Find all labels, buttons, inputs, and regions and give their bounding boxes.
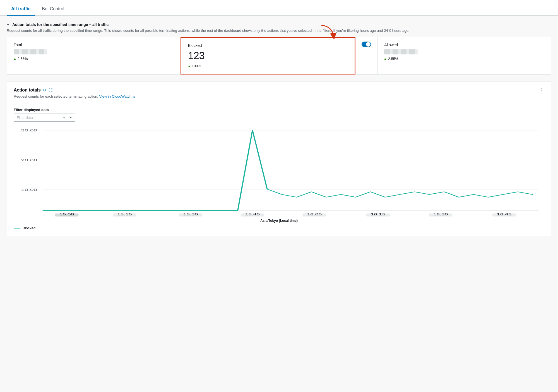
toggle-switch[interactable] [362, 42, 371, 47]
metric-card-blocked: Blocked 123 100% [181, 37, 356, 74]
metric-placeholder-total [14, 49, 47, 54]
trend-up-icon-blocked [188, 66, 190, 67]
metric-change-value-blocked: 100% [192, 64, 201, 68]
filter-select[interactable]: Filter data ▼ [14, 114, 75, 122]
section-description: Request counts for all traffic during th… [7, 28, 551, 33]
filter-chevron-icon: ▼ [62, 116, 66, 120]
action-totals-header: Action totals for the specified time ran… [7, 22, 551, 33]
chart-section: Action totals ↺ ⛶ ⋮ Request counts for e… [7, 81, 551, 236]
chart-svg: 30.00 20.00 10.00 15:00 15:00 15:15 15:3… [14, 127, 544, 217]
tabs-bar: All traffic Bot Control [0, 0, 558, 16]
section-header-title: Action totals for the specified time ran… [7, 22, 551, 27]
chart-area: 30.00 20.00 10.00 15:00 15:00 15:15 15:3… [14, 127, 544, 217]
more-options-icon[interactable]: ⋮ [539, 87, 544, 93]
chart-legend: Blocked [14, 226, 544, 230]
main-content: Action totals for the specified time ran… [0, 16, 558, 243]
filter-section: Filter displayed data Filter data ▼ [14, 108, 544, 122]
legend-label-blocked: Blocked [23, 226, 35, 230]
chart-x-axis-label: Asia/Tokyo (Local time) [14, 219, 544, 223]
tab-divider [36, 5, 36, 12]
chart-title: Action totals [14, 88, 41, 93]
metric-change-allowed: 2.55% [384, 57, 544, 61]
trend-up-icon-total [14, 58, 16, 60]
svg-text:15:30: 15:30 [183, 213, 198, 216]
filter-placeholder: Filter data [17, 116, 33, 120]
metric-change-total: 2.56% [14, 57, 174, 61]
metric-change-value-allowed: 2.55% [388, 57, 398, 61]
tab-all-traffic[interactable]: All traffic [7, 3, 35, 16]
metric-label-total: Total [14, 43, 174, 47]
collapse-icon[interactable] [7, 24, 9, 26]
toggle-area [355, 37, 377, 74]
chart-section-header: Action totals ↺ ⛶ ⋮ [14, 87, 544, 93]
metric-label-blocked: Blocked [188, 43, 348, 48]
metric-change-blocked: 100% [188, 64, 348, 68]
metric-cards: Total 2.56% Blocked 1 [7, 37, 551, 74]
metric-change-value-total: 2.56% [18, 57, 28, 61]
svg-text:15:45: 15:45 [245, 213, 260, 216]
trend-up-icon-allowed [384, 58, 386, 60]
section-title: Action totals for the specified time ran… [12, 22, 109, 27]
expand-icon[interactable]: ⛶ [49, 88, 52, 92]
svg-text:15:15: 15:15 [117, 213, 132, 216]
cloudwatch-link[interactable]: View in CloudWatch ⧉ [99, 94, 135, 98]
filter-label: Filter displayed data [14, 108, 544, 112]
metric-value-blocked: 123 [188, 50, 348, 62]
svg-text:16:15: 16:15 [371, 213, 386, 216]
svg-text:16:00: 16:00 [307, 213, 322, 216]
svg-text:30.00: 30.00 [21, 128, 37, 132]
external-link-icon: ⧉ [133, 95, 135, 98]
svg-text:10.00: 10.00 [21, 188, 37, 191]
svg-text:20.00: 20.00 [21, 158, 37, 162]
metric-card-allowed: Allowed 2.55% [377, 37, 551, 74]
filter-select-wrapper: Filter data ▼ [14, 114, 75, 122]
metric-placeholder-allowed [384, 49, 418, 54]
svg-text:16:30: 16:30 [433, 213, 448, 216]
legend-line-blocked [14, 228, 20, 229]
metric-label-allowed: Allowed [384, 43, 544, 47]
svg-text:15:00: 15:00 [59, 213, 74, 216]
metric-card-total: Total 2.56% [7, 37, 181, 74]
chart-subtitle: Request counts for each selected termina… [14, 94, 544, 98]
chart-separator [14, 103, 544, 103]
refresh-icon[interactable]: ↺ [43, 88, 46, 92]
svg-text:16:45: 16:45 [497, 213, 512, 216]
chart-title-row: Action totals ↺ ⛶ [14, 88, 52, 93]
tab-bot-control[interactable]: Bot Control [37, 3, 69, 16]
